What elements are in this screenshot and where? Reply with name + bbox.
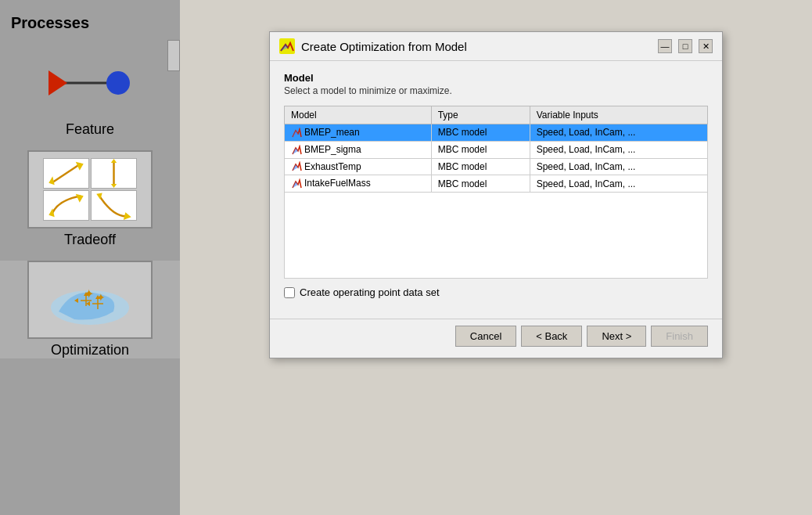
cell-type: MBC model — [431, 158, 530, 175]
table-empty-space — [285, 193, 708, 279]
feature-triangle-icon — [49, 70, 67, 95]
sidebar-label-tradeoff: Tradeoff — [64, 232, 116, 248]
cell-type: MBC model — [431, 124, 530, 142]
dialog: Create Optimization from Model — □ ✕ Mod… — [269, 31, 723, 358]
table-row[interactable]: BMEP_sigmaMBC modelSpeed, Load, InCam, .… — [285, 141, 708, 158]
svg-marker-6 — [76, 194, 84, 203]
cell-inputs: Speed, Load, InCam, ... — [530, 141, 707, 158]
matlab-icon — [279, 38, 295, 54]
model-icon — [291, 178, 302, 189]
restore-button[interactable]: □ — [678, 39, 692, 53]
cell-inputs: Speed, Load, InCam, ... — [530, 158, 707, 175]
model-table: Model Type Variable Inputs BMEP_meanMBC … — [284, 106, 708, 279]
sidebar: Processes Feature — [0, 0, 180, 515]
dialog-footer: Cancel < Back Next > Finish — [270, 319, 722, 358]
cell-model: ExhaustTemp — [285, 158, 432, 175]
col-header-inputs: Variable Inputs — [530, 106, 707, 124]
sidebar-item-feature: Feature — [0, 48, 180, 138]
model-icon — [291, 161, 302, 172]
model-icon — [291, 128, 302, 139]
feature-icon — [39, 56, 141, 110]
next-button[interactable]: Next > — [587, 326, 646, 347]
operating-point-checkbox[interactable] — [284, 287, 295, 298]
svg-line-0 — [52, 164, 81, 183]
svg-marker-4 — [111, 159, 117, 163]
sidebar-label-feature: Feature — [66, 121, 114, 138]
tradeoff-cell-tl — [43, 158, 89, 189]
cell-model: BMEP_mean — [285, 124, 432, 142]
dialog-title-left: Create Optimization from Model — [279, 38, 467, 54]
table-row[interactable]: IntakeFuelMassMBC modelSpeed, Load, InCa… — [285, 175, 708, 193]
checkbox-row: Create operating point data set — [284, 286, 708, 298]
cell-type: MBC model — [431, 175, 530, 193]
finish-button[interactable]: Finish — [651, 326, 708, 347]
cell-inputs: Speed, Load, InCam, ... — [530, 124, 707, 142]
col-header-model: Model — [285, 106, 432, 124]
cell-model: BMEP_sigma — [285, 141, 432, 158]
minimize-button[interactable]: — — [658, 39, 672, 53]
checkbox-label: Create operating point data set — [300, 286, 440, 298]
main-area: Create Optimization from Model — □ ✕ Mod… — [180, 0, 812, 515]
cell-model: IntakeFuelMass — [285, 175, 432, 193]
cancel-button[interactable]: Cancel — [455, 326, 516, 347]
feature-circle-icon — [106, 71, 130, 95]
feature-icon-container — [27, 48, 153, 118]
sidebar-label-optimization: Optimization — [51, 342, 129, 358]
optimization-icon-container: ✦ ✦ — [27, 261, 153, 339]
section-label: Model — [284, 72, 708, 84]
section-desc: Select a model to minimize or maximize. — [284, 85, 708, 96]
sidebar-title: Processes — [0, 8, 180, 40]
table-row[interactable]: ExhaustTempMBC modelSpeed, Load, InCam, … — [285, 158, 708, 175]
scrollbar[interactable] — [167, 40, 180, 71]
svg-marker-8 — [124, 212, 131, 220]
close-button[interactable]: ✕ — [699, 39, 713, 53]
dialog-body: Model Select a model to minimize or maxi… — [270, 61, 722, 319]
dialog-title-text: Create Optimization from Model — [301, 40, 467, 53]
tradeoff-cell-tr — [91, 158, 137, 189]
tradeoff-cell-br — [91, 190, 137, 221]
sidebar-content: Feature — [0, 40, 180, 371]
dialog-titlebar: Create Optimization from Model — □ ✕ — [270, 32, 722, 61]
sidebar-item-tradeoff: Tradeoff — [0, 150, 180, 248]
cell-inputs: Speed, Load, InCam, ... — [530, 175, 707, 193]
tradeoff-cell-bl — [43, 190, 89, 221]
svg-marker-5 — [111, 184, 117, 188]
cell-type: MBC model — [431, 141, 530, 158]
sidebar-item-optimization[interactable]: ✦ ✦ Optimization — [0, 261, 180, 358]
back-button[interactable]: < Back — [521, 326, 582, 347]
optimization-icon: ✦ ✦ — [43, 268, 137, 331]
model-icon — [291, 145, 302, 156]
table-row[interactable]: BMEP_meanMBC modelSpeed, Load, InCam, ..… — [285, 124, 708, 142]
col-header-type: Type — [431, 106, 530, 124]
tradeoff-icon — [43, 158, 137, 221]
tradeoff-icon-container — [27, 150, 153, 229]
dialog-title-controls: — □ ✕ — [658, 39, 713, 53]
